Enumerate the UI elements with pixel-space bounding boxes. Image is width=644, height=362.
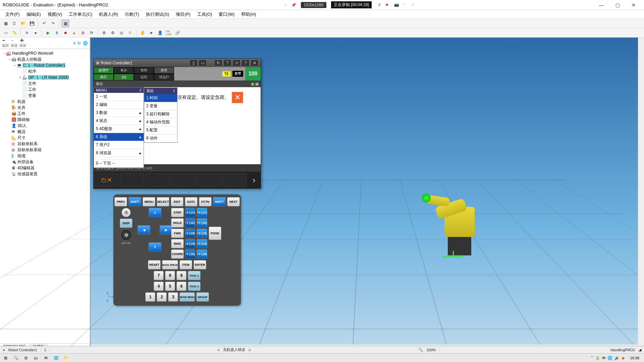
menu-cell[interactable]: 工作单元(C) xyxy=(65,11,96,17)
step-icon[interactable]: ▲ xyxy=(70,29,78,37)
tp-tool-icon[interactable]: ⊤ xyxy=(223,60,231,66)
status-err-next[interactable]: > xyxy=(249,348,251,352)
key-item[interactable]: ITEM xyxy=(179,260,192,269)
key-right-icon[interactable]: ▶ xyxy=(160,225,172,235)
tray-app-icon[interactable]: ◆ xyxy=(622,356,625,360)
key-jog-xp[interactable]: +X (J1) xyxy=(197,208,207,217)
menu-project[interactable]: 项目(P) xyxy=(172,11,194,17)
submenu-motion[interactable]: 6 动作 xyxy=(144,134,177,142)
key-select[interactable]: SELECT xyxy=(157,197,169,206)
tp-message-close-icon[interactable]: ✕ xyxy=(232,92,243,103)
tree-expand-icon[interactable]: ≡ xyxy=(73,41,75,46)
taskbar-edge-icon[interactable]: 🌐 xyxy=(52,355,60,361)
key-reset[interactable]: RESET xyxy=(148,260,161,269)
key-hold[interactable]: HOLD xyxy=(171,218,184,228)
online-icon[interactable]: ONLINE xyxy=(165,29,172,37)
stop-icon[interactable]: ■ xyxy=(62,29,69,37)
tree-machine[interactable]: 机器 xyxy=(17,99,25,105)
key-tool2[interactable]: TOOL 2 xyxy=(188,282,201,291)
menu-item-4d[interactable]: 5 4D图形▸ xyxy=(94,125,144,133)
system-tray[interactable]: ˄ 🔋 ✉ 🌐 🔊 ◆ xyxy=(591,356,625,360)
tray-chevron-icon[interactable]: ˄ xyxy=(591,356,593,360)
menu-window[interactable]: 窗口(W) xyxy=(215,11,238,17)
tree-gp1[interactable]: GP: 1 - LR Mate 200iD xyxy=(28,75,69,80)
grid-icon[interactable]: ▦ xyxy=(2,20,9,27)
annotate-icon[interactable]: ✎ xyxy=(403,2,408,8)
menu-icon[interactable]: ≡ xyxy=(284,3,286,7)
menu-item-user2[interactable]: 7 用户2 xyxy=(94,141,144,149)
tree-3dperson[interactable]: 3D人 xyxy=(17,123,26,129)
nav-forward[interactable]: ➡前进 xyxy=(11,39,17,48)
pause-rec-icon[interactable]: ⏸ xyxy=(377,2,383,8)
nav-back[interactable]: ⬅返回 xyxy=(2,39,9,48)
tree-controller1[interactable]: C: 1 - Robot Controller1 xyxy=(23,63,65,68)
tp-screen2-icon[interactable]: ▭ xyxy=(199,60,207,66)
tree-part[interactable]: 工件 xyxy=(17,111,25,117)
key-backspace[interactable]: BACK SPACE xyxy=(162,260,178,269)
tray-battery-icon[interactable]: 🔋 xyxy=(595,356,600,360)
submenu-variable[interactable]: 2 变量 xyxy=(144,102,177,110)
cursor-icon[interactable]: ▭ xyxy=(2,29,9,37)
key-coord[interactable]: COORD xyxy=(171,249,184,259)
key-info-icon[interactable]: ⓘ xyxy=(121,208,131,217)
key-tool1[interactable]: TOOL 1 xyxy=(188,271,201,280)
submenu-ot[interactable]: 3 超行程解除 xyxy=(144,110,177,118)
key-next[interactable]: NEXT xyxy=(227,197,240,206)
tray-volume-icon[interactable]: 🔊 xyxy=(614,356,620,360)
pause-icon[interactable]: ⏸ xyxy=(53,29,60,37)
abort-icon[interactable]: ⊘ xyxy=(79,29,87,37)
tree-work[interactable]: 工作 xyxy=(28,87,36,93)
tray-mail-icon[interactable]: ✉ xyxy=(602,356,605,360)
start-button[interactable]: ⊞ xyxy=(2,355,9,361)
key-9[interactable]: 9 xyxy=(176,271,186,280)
menu-edit[interactable]: 编辑(E) xyxy=(23,11,44,17)
key-jog-x4m[interactable]: -X (J4) xyxy=(185,239,195,248)
play-icon[interactable]: ▶ xyxy=(44,29,52,37)
stop-rec-icon[interactable]: ■ xyxy=(386,2,391,8)
menu-help[interactable]: 帮助(H) xyxy=(238,11,259,17)
key-6[interactable]: 6 xyxy=(176,282,186,291)
arrow-icon[interactable]: ➤ xyxy=(148,29,155,37)
key-menu[interactable]: MENU xyxy=(143,197,155,206)
key-8[interactable]: 8 xyxy=(165,271,175,280)
save-icon[interactable]: 💾 xyxy=(28,20,36,27)
key-fwd[interactable]: FWD xyxy=(171,229,184,238)
nav-add[interactable]: ➕添加 xyxy=(19,39,26,48)
taskbar-folder-icon[interactable]: 📁 xyxy=(62,355,70,361)
layout-icon[interactable]: ▦ xyxy=(62,20,69,27)
taskbar-taskview-icon[interactable]: ⧉ xyxy=(22,355,30,361)
key-shift-r[interactable]: SHIFT xyxy=(213,197,226,206)
softkey-1[interactable]: 🗀✕ xyxy=(94,173,118,187)
taskbar-explorer-icon[interactable]: 🗂 xyxy=(32,355,40,361)
menu-item-data[interactable]: 3 数据▸ xyxy=(94,109,144,117)
tray-network-icon[interactable]: 🌐 xyxy=(607,356,612,360)
tree-targetframe[interactable]: 目标坐标系 xyxy=(17,141,38,147)
key-1[interactable]: 1 xyxy=(145,292,155,302)
close-button[interactable]: ✕ xyxy=(626,0,641,10)
tree-root[interactable]: HandlingPRO Workcell xyxy=(12,51,53,56)
record-icon[interactable]: ● xyxy=(32,29,39,37)
tp-help-icon[interactable]: ? xyxy=(241,60,250,66)
tree-sensor[interactable]: 传感器装置 xyxy=(17,171,38,177)
key-fctn[interactable]: FCTN xyxy=(199,197,212,206)
key-data[interactable]: DATA xyxy=(185,197,198,206)
menu-robot[interactable]: 机器人(R) xyxy=(96,11,121,17)
link-icon[interactable]: 🔗 xyxy=(174,29,181,37)
new-icon[interactable]: 🗋 xyxy=(11,20,18,27)
menu-item-edit[interactable]: 2 编辑 xyxy=(94,101,144,109)
tree-refresh-icon[interactable]: ↻ xyxy=(77,41,81,46)
softkey-4[interactable] xyxy=(171,173,195,187)
tree-var[interactable]: 变量 xyxy=(28,93,36,99)
menu-view[interactable]: 视图(V) xyxy=(44,11,65,17)
menu-item-next[interactable]: 0 -- 下页 -- xyxy=(94,160,144,168)
submenu-config[interactable]: 5 配置 xyxy=(144,126,177,134)
softkey-3[interactable] xyxy=(146,173,170,187)
key-4[interactable]: 4 xyxy=(154,282,164,291)
submenu-time[interactable]: 1 时间 xyxy=(144,94,177,102)
pin-icon[interactable]: 📌 xyxy=(291,3,296,7)
zoom-slider-icon[interactable]: 🔍 xyxy=(418,348,423,352)
taskbar-clock[interactable]: 19:36 xyxy=(627,356,642,360)
key-jog-yp[interactable]: +Y (J2) xyxy=(197,218,207,228)
tree-obstacle[interactable]: 障碍物 xyxy=(17,117,30,123)
tp-notice-grid-icon[interactable]: ▦ xyxy=(255,82,259,86)
